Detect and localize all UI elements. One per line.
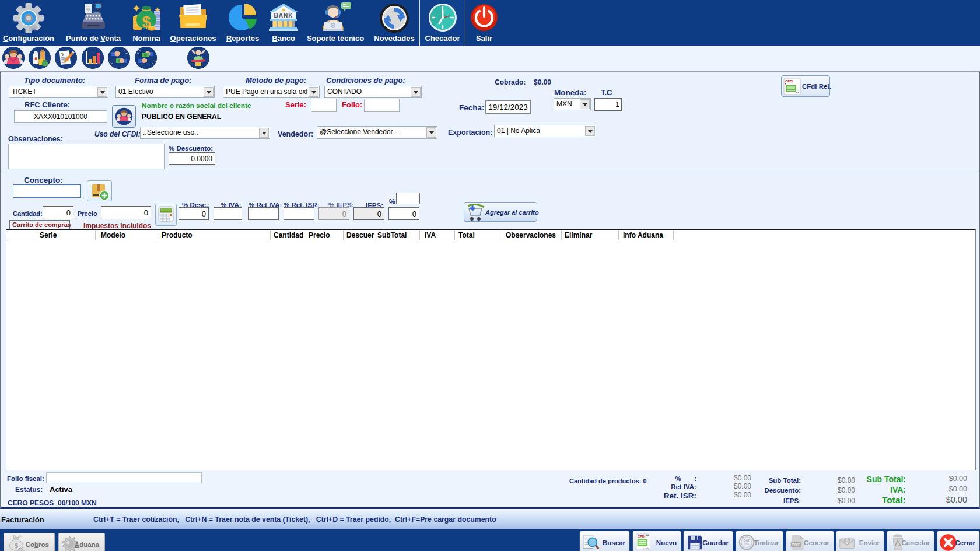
- svg-text:PDF: PDF: [792, 543, 800, 547]
- svg-text:CFDI: CFDI: [638, 535, 646, 538]
- svg-text:SAT: SAT: [744, 539, 750, 542]
- svg-text:@: @: [844, 536, 850, 543]
- svg-text:$: $: [15, 541, 19, 550]
- svg-text:1911: 1911: [744, 542, 749, 545]
- svg-text:CFDI: CFDI: [785, 79, 793, 83]
- svg-text:BANK: BANK: [274, 12, 293, 19]
